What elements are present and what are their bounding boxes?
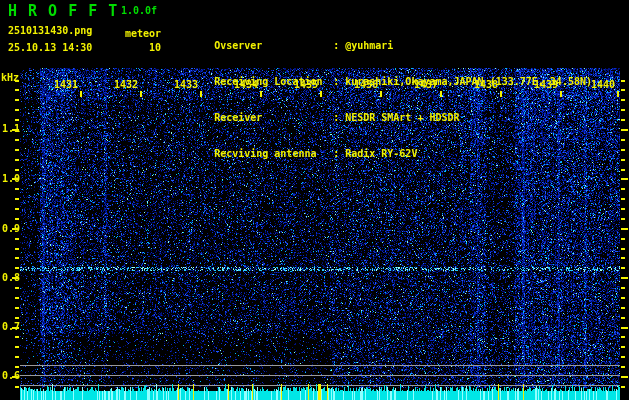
info-label: Receiver [214,111,333,125]
info-row-observer: Ovserver:@yuhmari [178,25,592,39]
freq-tick-label: 0.9 [0,223,20,235]
info-value: NESDR SMArt + HDSDR [339,112,459,123]
time-tick-label: 1431 [38,79,78,91]
freq-tick-label: 0.6 [0,370,20,382]
time-tick-label: 1438 [458,79,498,91]
time-tick-label: 1436 [338,79,378,91]
time-tick-label: 1437 [398,79,438,91]
record-datetime: 25.10.13 14:30 [8,42,92,53]
hrofft-window: H R O F F T 1.0.0f 2510131430.png meteor… [0,0,629,400]
info-row-antenna: Recviving antenna:Radix RY-62V [178,133,592,147]
freq-tick-label: 0.8 [0,272,20,284]
info-value: @yuhmari [339,40,393,51]
output-filename: 2510131430.png [8,25,92,36]
observation-mode: meteor [121,28,161,39]
freq-tick-label: 1.0 [0,173,20,185]
info-label: Ovserver [214,39,333,53]
time-tick-label: 1433 [158,79,198,91]
time-tick-label: 1440 [575,79,615,91]
app-version: 1.0.0f [121,5,157,16]
info-row-receiver: Receiver:NESDR SMArt + HDSDR [178,97,592,111]
echo-count: 10 [121,42,161,53]
info-value: Radix RY-62V [339,148,417,159]
info-row-location: Receiving Location:kurashiki,Okayama,JAP… [178,61,592,75]
time-tick-label: 1432 [98,79,138,91]
app-title: H R O F F T [8,2,118,20]
freq-axis-unit: kHz [1,72,19,83]
freq-tick-label: 1.1 [0,123,20,135]
time-tick-label: 1435 [278,79,318,91]
info-label: Recviving antenna [214,147,333,161]
time-tick-label: 1434 [218,79,258,91]
freq-tick-label: 0.7 [0,321,20,333]
time-tick-label: 1439 [518,79,558,91]
